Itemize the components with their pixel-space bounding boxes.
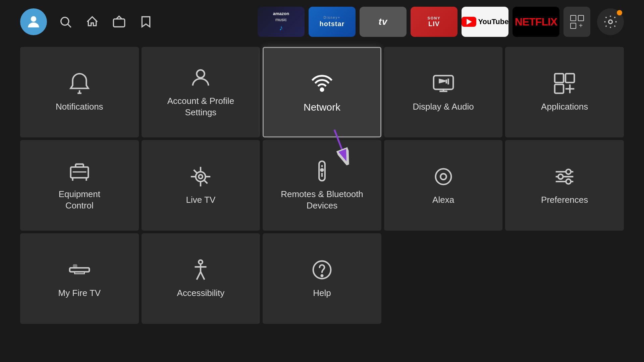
svg-line-10 <box>334 130 348 165</box>
network-icon <box>310 71 334 95</box>
amazon-music-tile[interactable]: amazon music ♪ <box>258 7 305 37</box>
svg-point-52 <box>321 275 323 277</box>
accessibility-label: Accessibility <box>177 288 225 299</box>
bookmark-icon <box>139 15 153 28</box>
settings-button[interactable] <box>597 8 624 35</box>
equipment-tile[interactable]: Equipment Control <box>20 140 139 231</box>
svg-line-50 <box>201 272 205 280</box>
svg-point-30 <box>199 175 203 179</box>
youtube-label: YouTube <box>478 17 508 26</box>
equipment-icon <box>68 159 91 183</box>
app-bar: amazon music ♪ Disney+ hotstar tv SONY L… <box>258 7 624 37</box>
home-button[interactable] <box>84 13 101 30</box>
avatar[interactable] <box>20 8 47 35</box>
svg-point-40 <box>566 169 571 174</box>
accessibility-icon <box>189 258 212 282</box>
sonyliv-tile[interactable]: SONY LIV <box>411 7 458 37</box>
sonyliv-tv-tile[interactable]: tv <box>360 7 407 37</box>
livetv-icon <box>112 15 126 28</box>
account-icon <box>189 66 212 89</box>
svg-point-7 <box>197 70 205 78</box>
alexa-tile[interactable]: Alexa <box>384 140 503 231</box>
svg-rect-17 <box>555 74 564 82</box>
livetv-button[interactable] <box>111 13 127 30</box>
alexa-icon <box>432 165 455 188</box>
notifications-icon <box>68 72 91 95</box>
grid-cell-2 <box>578 15 584 21</box>
notifications-label: Notifications <box>56 101 103 113</box>
myfiretv-tile[interactable]: My Fire TV <box>20 233 139 324</box>
youtube-tile[interactable]: YouTube <box>462 7 508 37</box>
search-button[interactable] <box>57 13 74 30</box>
help-tile[interactable]: Help <box>263 233 381 324</box>
display-audio-label: Display & Audio <box>413 101 474 113</box>
bookmark-button[interactable] <box>138 13 154 30</box>
grid-cell-3 <box>570 23 576 29</box>
display-audio-tile[interactable]: Display & Audio <box>384 47 503 137</box>
svg-point-0 <box>31 16 37 22</box>
account-tile[interactable]: Account & Profile Settings <box>142 47 260 137</box>
settings-notification-dot <box>617 10 622 15</box>
help-icon <box>310 258 334 282</box>
svg-point-41 <box>558 174 563 179</box>
svg-line-49 <box>197 272 201 280</box>
svg-rect-3 <box>113 19 124 27</box>
more-apps-tile[interactable]: + <box>564 7 590 37</box>
svg-point-35 <box>435 169 451 185</box>
myfiretv-label: My Fire TV <box>58 288 101 299</box>
applications-icon <box>553 72 576 95</box>
settings-icon <box>603 14 618 29</box>
alexa-label: Alexa <box>432 194 454 206</box>
network-label: Network <box>304 101 340 114</box>
livetv-tile[interactable]: Live TV <box>142 140 260 231</box>
notifications-tile[interactable]: Notifications <box>20 47 139 137</box>
help-label: Help <box>313 288 331 299</box>
svg-point-8 <box>321 88 324 91</box>
account-label: Account & Profile Settings <box>167 96 234 118</box>
equipment-label: Equipment Control <box>59 189 100 212</box>
preferences-icon <box>553 165 576 188</box>
svg-rect-43 <box>70 268 89 272</box>
svg-point-33 <box>321 169 323 171</box>
settings-grid: Notifications Account & Profile Settings… <box>0 44 644 324</box>
grid-cell-1 <box>570 15 576 21</box>
header: amazon music ♪ Disney+ hotstar tv SONY L… <box>0 0 644 44</box>
myfiretv-icon <box>68 258 91 282</box>
livetv-label: Live TV <box>186 194 216 206</box>
netflix-label: NETFLIX <box>515 16 557 28</box>
svg-rect-19 <box>555 84 564 93</box>
svg-point-36 <box>440 174 446 180</box>
svg-point-29 <box>196 172 206 182</box>
netflix-tile[interactable]: NETFLIX <box>513 7 559 37</box>
remotes-label: Remotes & Bluetooth Devices <box>281 189 363 212</box>
applications-tile[interactable]: Applications <box>505 47 624 137</box>
livetv-icon <box>189 165 212 188</box>
network-tile[interactable]: Network <box>263 47 381 137</box>
remotes-tile[interactable]: Remotes & Bluetooth Devices <box>263 140 381 231</box>
svg-rect-11 <box>433 76 453 89</box>
svg-rect-44 <box>74 272 84 274</box>
avatar-icon <box>25 13 42 30</box>
search-icon <box>59 15 72 28</box>
home-icon <box>86 15 99 28</box>
applications-label: Applications <box>541 101 588 113</box>
display-audio-icon <box>432 72 455 95</box>
svg-point-4 <box>609 20 612 24</box>
svg-marker-14 <box>439 79 445 82</box>
preferences-label: Preferences <box>541 194 588 206</box>
preferences-tile[interactable]: Preferences <box>505 140 624 231</box>
svg-line-2 <box>68 24 71 27</box>
grid-cell-plus: + <box>578 23 584 29</box>
accessibility-tile[interactable]: Accessibility <box>142 233 260 324</box>
svg-point-1 <box>61 17 69 25</box>
nav-icons <box>57 13 154 30</box>
cursor-arrow <box>328 128 355 168</box>
svg-rect-18 <box>566 74 574 82</box>
svg-point-46 <box>199 260 203 264</box>
svg-point-42 <box>566 179 571 184</box>
svg-rect-45 <box>73 265 76 268</box>
hotstar-tile[interactable]: Disney+ hotstar <box>309 7 356 37</box>
